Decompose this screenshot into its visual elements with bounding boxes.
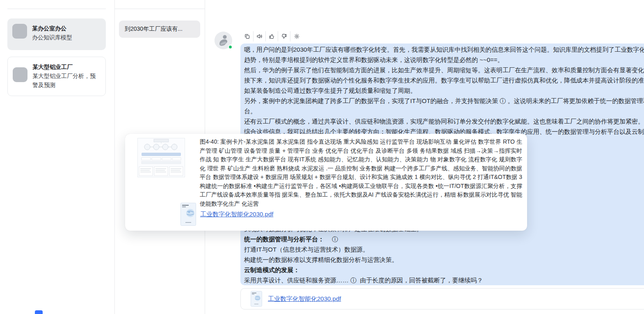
popup-pdf-link[interactable]: 工业数字化智能化2030.pdf xyxy=(200,211,273,218)
thumbs-up-button[interactable] xyxy=(266,31,278,41)
kb-title: 某大型铝业工厂 xyxy=(32,62,100,71)
knowledge-base-avatar xyxy=(12,24,27,39)
message-toolbar xyxy=(241,31,303,41)
sidebar-top-divider xyxy=(7,9,106,9)
sidebar-item-office-kb[interactable]: 某办公室办公 办公知识库模型 xyxy=(7,18,106,50)
message-line: 如某装备制造公司通过数字孪生提升了规划质量和缩短了周期。 xyxy=(244,85,644,96)
kb-title: 某办公室办公 xyxy=(32,24,72,33)
read-aloud-button[interactable] xyxy=(253,31,266,41)
message-line: 台。 xyxy=(244,106,644,116)
knowledge-base-avatar xyxy=(13,67,27,82)
pdf-cover-thumbnail xyxy=(180,203,196,226)
bottom-left-peek-element[interactable] xyxy=(35,310,43,314)
message-line: 另外，案例中的水泥集团构建了跨多工厂的数据平台，实现了IT与OT的融合，并支持智… xyxy=(244,96,644,106)
message-line: 构建统一的数据标准以支撑精细化数据分析与运营决策。 xyxy=(244,254,644,265)
citation-source-row[interactable]: 工业数字化智能化2030.pdf xyxy=(180,203,273,226)
message-line: 趋势，特别是李培根提到的软件定义世界和数据驱动未来，这说明数字化转型是必然的 ~… xyxy=(244,55,644,65)
online-status-dot xyxy=(228,45,233,49)
attachment-card[interactable]: 工业数字化智能化2030.pdf xyxy=(240,288,644,309)
message-line: 然后，华为的例子展示了他们在智能制造方面的进展，比如生产效率提升、周期缩短等。这… xyxy=(244,65,644,75)
message-line: 嗯，用户问的是到2030年工厂应该有哪些数字化转变。首先，我需要从知识库中找到相… xyxy=(244,44,644,55)
attachment-pdf-link[interactable]: 工业数字化智能化2030.pdf xyxy=(268,295,341,303)
message-line: 还有云工厂模式的概念，通过共享设计、供应链和物流资源，实现产能协同和订单分发交付… xyxy=(244,116,644,126)
kb-subtitle: 办公知识库模型 xyxy=(32,33,72,42)
message-line: 接下来，知识库还提到了数据驱动的个性化服务和数字孪生技术的应用。数字孪生可以帮助… xyxy=(244,75,644,85)
history-top-divider xyxy=(115,9,205,9)
message-line: 打通IT与OT（信息技术与运营技术）数据源。 xyxy=(244,244,644,254)
answer-text-block: 实现实时数据分析与优化，让决策和排产建立在准确数据基础上。 统一的数据管理与分析… xyxy=(244,224,644,285)
thinking-text-block: 嗯，用户问的是到2030年工厂应该有哪些数字化转变。首先，我需要从知识库中找到相… xyxy=(244,44,644,147)
history-item-question[interactable]: 到2030年工厂应该有... xyxy=(119,21,200,38)
assistant-avatar xyxy=(215,32,232,49)
insight-button[interactable] xyxy=(290,31,303,41)
message-line-truncated-prompt: 采用共享设计、供应链和服务资源…… ⓘ 由于长度的原因，回答被截断了，要继续吗？ xyxy=(244,275,644,285)
figure-4-40-thumbnail xyxy=(137,138,185,177)
idea-rays-icon xyxy=(294,33,300,39)
answer-heading-cloud-manufacturing: 云制造模式的发展： xyxy=(244,265,644,275)
thumbs-up-icon xyxy=(269,33,275,39)
answer-heading-unified-data-platform: 统一的数据管理与分析平台： ⓘ xyxy=(244,234,644,244)
thumbs-down-icon xyxy=(281,33,287,39)
chat-application: 某办公室办公 办公知识库模型 某大型铝业工厂 某大型铝业工厂分析，预警及预测 到… xyxy=(0,0,644,314)
thumbs-down-button[interactable] xyxy=(278,31,290,41)
speaker-icon xyxy=(256,33,263,39)
copy-icon xyxy=(244,33,250,39)
citation-caption: 图4-40: 案例卡片-某水泥集团 某水泥集团 指令直达现场 重大风险感知 运行… xyxy=(200,138,522,208)
pdf-cover-thumbnail xyxy=(251,291,262,307)
kb-subtitle: 某大型铝业工厂分析，预警及预测 xyxy=(32,71,100,89)
copy-button[interactable] xyxy=(241,31,253,41)
sidebar-history-divider xyxy=(114,0,115,314)
citation-popup: 图4-40: 案例卡片-某水泥集团 某水泥集团 指令直达现场 重大风险感知 运行… xyxy=(125,134,527,231)
sidebar-item-aluminum-factory[interactable]: 某大型铝业工厂 某大型铝业工厂分析，预警及预测 xyxy=(7,57,106,96)
